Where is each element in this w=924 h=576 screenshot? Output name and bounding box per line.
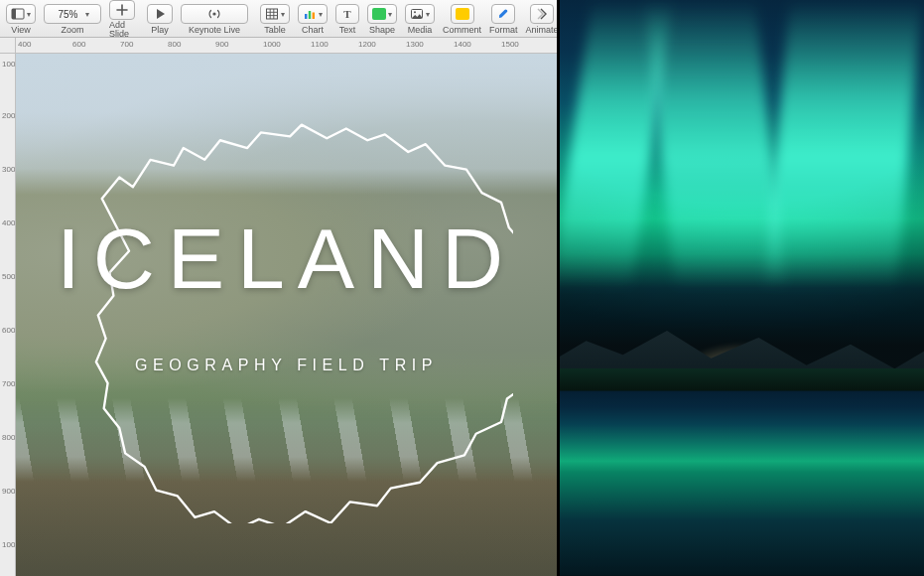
table-button[interactable]: ▾ xyxy=(260,4,290,24)
play-label: Play xyxy=(151,26,169,35)
format-label: Format xyxy=(489,26,518,35)
svg-point-8 xyxy=(414,11,416,13)
chevron-down-icon: ▾ xyxy=(426,10,430,19)
text-label: Text xyxy=(339,26,356,35)
slide-canvas[interactable]: ICELAND GEOGRAPHY FIELD TRIP xyxy=(16,54,557,576)
ruler-vertical[interactable]: 100 200 300 400 500 600 700 800 900 1000 xyxy=(0,54,16,576)
ruler-tick: 1100 xyxy=(311,40,329,49)
split-view-divider[interactable] xyxy=(557,0,560,576)
shoreline xyxy=(557,368,924,391)
media-button[interactable]: ▾ xyxy=(405,4,435,24)
ruler-tick: 200 xyxy=(2,111,15,120)
keynote-window: ▾ View 75% ▾ Zoom Add Sli xyxy=(0,0,557,576)
add-slide-label: Add Slide xyxy=(109,21,135,39)
ruler-tick: 1200 xyxy=(358,40,376,49)
table-label: Table xyxy=(264,26,286,35)
svg-rect-5 xyxy=(309,11,311,19)
add-slide-group: Add Slide xyxy=(105,0,139,37)
plus-icon xyxy=(115,3,129,17)
ruler-horizontal[interactable]: 400 600 700 800 900 1000 1100 1200 1300 … xyxy=(16,38,557,54)
comment-icon xyxy=(456,8,469,20)
slide-subtitle[interactable]: GEOGRAPHY FIELD TRIP xyxy=(16,357,557,374)
ruler-tick: 500 xyxy=(2,272,15,281)
zoom-button[interactable]: 75% ▾ xyxy=(44,4,101,24)
chevron-down-icon: ▾ xyxy=(319,10,323,19)
slide-title[interactable]: ICELAND xyxy=(16,216,557,301)
chevron-down-icon: ▾ xyxy=(281,10,285,19)
animate-icon xyxy=(535,7,549,21)
keynote-live-group: Keynote Live xyxy=(177,0,252,37)
ruler-tick: 600 xyxy=(2,326,15,335)
ruler-tick: 700 xyxy=(120,40,133,49)
view-label: View xyxy=(11,26,30,35)
play-button[interactable] xyxy=(147,4,173,24)
format-button[interactable] xyxy=(491,4,515,24)
format-group: Format xyxy=(485,0,522,37)
broadcast-icon xyxy=(207,7,221,21)
play-group: Play xyxy=(143,0,177,37)
ruler-tick: 900 xyxy=(215,40,228,49)
zoom-value: 75% xyxy=(56,9,79,20)
svg-rect-4 xyxy=(305,14,307,19)
shape-label: Shape xyxy=(369,26,395,35)
chart-icon xyxy=(303,7,317,21)
add-slide-button[interactable] xyxy=(109,0,135,20)
ruler-tick: 1000 xyxy=(263,40,281,49)
aurora-light xyxy=(644,0,784,288)
ruler-tick: 900 xyxy=(2,487,15,496)
animate-button[interactable] xyxy=(530,4,554,24)
ruler-tick: 100 xyxy=(2,60,15,69)
paintbrush-icon xyxy=(496,7,510,21)
ruler-tick: 800 xyxy=(168,40,181,49)
table-icon xyxy=(265,7,279,21)
ruler-tick: 400 xyxy=(18,40,31,49)
view-button[interactable]: ▾ xyxy=(6,4,36,24)
chevron-down-icon: ▾ xyxy=(85,10,89,19)
animate-label: Animate xyxy=(526,26,559,35)
ruler-tick: 1300 xyxy=(406,40,424,49)
ruler-tick: 300 xyxy=(2,165,15,174)
ruler-tick: 1400 xyxy=(454,40,471,49)
shape-button[interactable]: ▾ xyxy=(367,4,397,24)
svg-rect-3 xyxy=(267,9,278,19)
text-group: T Text xyxy=(331,0,363,37)
zoom-group: 75% ▾ Zoom xyxy=(40,0,105,37)
chart-button[interactable]: ▾ xyxy=(298,4,328,24)
comment-label: Comment xyxy=(443,26,481,35)
media-group: ▾ Media xyxy=(401,0,439,37)
aurora-light xyxy=(764,0,922,288)
chart-group: ▾ Chart xyxy=(294,0,331,37)
table-group: ▾ Table xyxy=(256,0,294,37)
toolbar: ▾ View 75% ▾ Zoom Add Sli xyxy=(0,0,557,38)
view-icon xyxy=(11,7,25,21)
zoom-label: Zoom xyxy=(61,26,83,35)
media-label: Media xyxy=(408,26,433,35)
chevron-down-icon: ▾ xyxy=(27,10,31,19)
text-icon: T xyxy=(340,7,354,21)
ruler-tick: 1500 xyxy=(501,40,519,49)
secondary-window-aurora-photo xyxy=(557,0,924,576)
media-icon xyxy=(410,7,424,21)
comment-group: Comment xyxy=(439,0,485,37)
play-icon xyxy=(153,7,167,21)
shape-icon xyxy=(372,8,386,20)
chart-label: Chart xyxy=(302,26,324,35)
ruler-tick: 600 xyxy=(72,40,85,49)
svg-rect-6 xyxy=(313,13,315,20)
ruler-tick: 700 xyxy=(2,379,15,388)
view-group: ▾ View xyxy=(2,0,40,37)
keynote-live-label: Keynote Live xyxy=(189,26,240,35)
comment-button[interactable] xyxy=(451,4,474,24)
text-button[interactable]: T xyxy=(335,4,359,24)
chevron-down-icon: ▾ xyxy=(388,10,392,19)
keynote-live-button[interactable] xyxy=(181,4,248,24)
ruler-tick: 800 xyxy=(2,433,15,442)
svg-rect-1 xyxy=(12,9,16,19)
ruler-tick: 1000 xyxy=(2,540,16,549)
work-area: 100 200 300 400 500 600 700 800 900 1000… xyxy=(0,54,557,576)
water-reflection xyxy=(557,391,924,576)
ruler-corner xyxy=(0,38,16,54)
shape-group: ▾ Shape xyxy=(363,0,401,37)
ruler-tick: 400 xyxy=(2,218,15,227)
iceland-outline-shape[interactable] xyxy=(49,106,514,524)
